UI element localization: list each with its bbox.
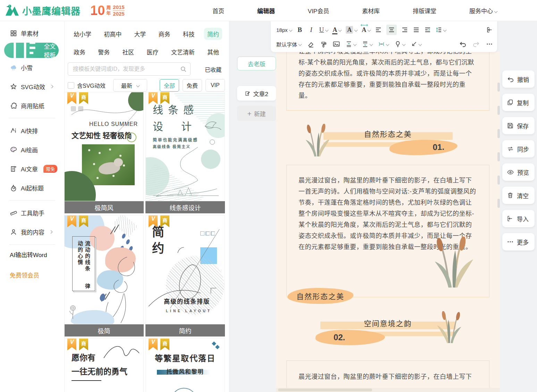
import-action-button[interactable]: 导入 [502, 210, 535, 227]
cat-minimal[interactable]: 简约 [204, 28, 222, 40]
cat-community[interactable]: 社区 [119, 46, 137, 58]
align-justify-button[interactable] [413, 25, 420, 35]
nav-home[interactable]: 首页 [212, 6, 224, 15]
cat-police[interactable]: 警务 [95, 46, 113, 58]
redo-button[interactable] [472, 39, 480, 49]
space-below-button[interactable] [362, 39, 372, 49]
sort-select[interactable]: 最新 [113, 79, 147, 92]
letter-spacing-button[interactable]: A [362, 25, 370, 35]
sidebar-item-ai-layout[interactable]: Ai快排 [0, 121, 64, 140]
main-nav: 首页 编辑器 VIP会员 素材库 排版课堂 服务中心 [212, 0, 497, 21]
font-size-select[interactable]: 18px [276, 27, 292, 33]
doc-paragraph-box-top[interactable]: 让整个房间呼吸变慢这些草木从不喧宾夺主，却成为记忆的坐标-某个秋晨的阳光角度，某… [286, 52, 489, 111]
template-card-jianyue[interactable]: V 商 简约 高级的线条排版 LINE LAYOUT 简约 [145, 215, 225, 336]
cat-university[interactable]: 大学 [131, 28, 149, 40]
scrollbar-dash[interactable] [497, 129, 500, 138]
template-card-stars[interactable]: V 商 等繁星取代落日 托微风和黎明 [145, 338, 225, 392]
section-header-1[interactable]: 自然形态之美 01. [324, 132, 453, 157]
sidebar-item-my-content[interactable]: 我的内容 [0, 222, 64, 241]
search-icon[interactable] [180, 66, 187, 73]
filter-free-button[interactable]: 免费 [183, 79, 202, 92]
cat-highschool[interactable]: 初高中 [101, 28, 125, 40]
free-vip-link[interactable]: 免费领会员 [10, 271, 64, 279]
cat-business[interactable]: 商务 [156, 28, 174, 40]
svg-anim-checkbox[interactable] [68, 82, 74, 89]
sidebar-item-ai-article[interactable]: Ai文章 限免 [0, 159, 64, 178]
new-article-button[interactable]: +新建 [237, 106, 276, 121]
filter-all-button[interactable]: 全部 [160, 79, 179, 92]
cat-other[interactable]: 其他 [204, 46, 222, 58]
nav-service[interactable]: 服务中心 [469, 6, 497, 15]
card-caption: 极简 [64, 324, 144, 336]
cat-medical[interactable]: 医疗 [144, 46, 162, 58]
outdent-bracket-button[interactable] [486, 25, 493, 35]
space-above-button[interactable] [346, 39, 356, 49]
corner-arrow-button[interactable] [411, 39, 421, 49]
scrollbar-dash[interactable] [497, 106, 500, 115]
indent-both-button[interactable] [378, 39, 389, 49]
preview-action-button[interactable]: 预览 [502, 163, 535, 181]
scrollbar-dash[interactable] [497, 83, 500, 92]
cat-kindergarten[interactable]: 幼小学 [70, 28, 94, 40]
more-button[interactable] [486, 39, 493, 49]
template-card-xiantiaogan[interactable]: V 商 线条感 设计 简单也能充满高级感 高级线条 极简主义 线条感设计 [145, 92, 225, 213]
ai-to-word-link[interactable]: AI输出转Word [10, 250, 64, 259]
eraser-icon[interactable] [307, 39, 314, 49]
app-logo[interactable]: 小墨鹰编辑器 [5, 4, 81, 17]
cat-tech[interactable]: 科技 [180, 28, 198, 40]
sidebar-item-tools[interactable]: 工具助手 [0, 203, 64, 222]
svg-anim-label[interactable]: 含SVG动效 [77, 81, 106, 90]
horizontal-scrollbar[interactable] [276, 388, 500, 392]
sync-action-button[interactable]: 同步 [502, 140, 535, 157]
align-center-button[interactable] [386, 25, 397, 35]
article-tab[interactable]: 文章2 [237, 86, 276, 101]
clear-action-button[interactable]: 清空 [502, 187, 535, 204]
nav-course[interactable]: 排版课堂 [413, 6, 436, 15]
search-input[interactable] [72, 66, 180, 73]
nav-materials[interactable]: 素材库 [362, 6, 380, 15]
undo-button[interactable] [459, 39, 467, 49]
scrollbar-thumb[interactable] [278, 389, 372, 391]
sidebar-item-svg-anim[interactable]: s SVG动效 [0, 77, 64, 96]
font-color-button[interactable]: A [333, 25, 341, 35]
line-height-button[interactable] [436, 25, 446, 35]
align-right-button[interactable] [401, 25, 408, 35]
nav-vip[interactable]: VIP会员 [308, 6, 329, 15]
cat-literary[interactable]: 文艺清新 [168, 46, 198, 58]
template-card-jijianfeng[interactable]: V 商 HELLO SUMMER 文艺知性 轻奢极简 极简风 [64, 92, 144, 213]
save-action-button[interactable]: 保存 [502, 117, 535, 134]
highlight-color-button[interactable]: A [346, 25, 357, 35]
sidebar-item-full-template[interactable]: 全文模板 [4, 43, 59, 58]
image-icon[interactable] [333, 39, 340, 49]
copy-action-button[interactable]: 复制 [502, 94, 535, 111]
sidebar-item-ai-paint[interactable]: Ai绘画 [0, 140, 64, 159]
filter-vip-button[interactable]: VIP [205, 79, 225, 92]
section-header-2[interactable]: 空间意境之韵 02. [320, 322, 456, 347]
scrollbar-dash[interactable] [497, 176, 500, 185]
underline-button[interactable]: U [319, 25, 328, 35]
deco-underline [72, 380, 101, 381]
align-left-button[interactable] [375, 25, 382, 35]
cat-government[interactable]: 政务 [70, 46, 89, 58]
lamp-button[interactable] [395, 39, 405, 49]
nav-editor[interactable]: 编辑器 [257, 6, 275, 15]
font-family-select[interactable]: 默认字体 [276, 41, 301, 48]
indent-button[interactable] [424, 25, 431, 35]
scrollbar-dash[interactable] [497, 152, 500, 161]
scrollbar-dash[interactable] [497, 199, 500, 208]
italic-button[interactable]: I [308, 25, 315, 35]
sidebar-item-stickers[interactable]: 商用贴纸 [0, 96, 64, 115]
collected-link[interactable]: 已收藏 [205, 65, 221, 74]
legacy-version-button[interactable]: 去老版 [237, 57, 276, 70]
format-painter-icon[interactable] [320, 39, 327, 49]
doc-paragraph-box-main[interactable]: 晨光漫过窗台，陶盆里的蕨叶垂下细密的影子，在白墙上写下一首无声的诗。人们用植物与… [286, 165, 489, 297]
document-canvas[interactable]: 让整个房间呼吸变慢这些草木从不喧宾夺主，却成为记忆的坐标-某个秋晨的阳光角度，某… [276, 52, 500, 392]
template-card-jijian[interactable]: V 商 流动的线条 律动的心情 [64, 215, 144, 336]
bold-button[interactable]: B [296, 25, 303, 35]
doc-paragraph-box-bottom[interactable]: 晨光漫过窗台，陶盆里的蕨叶垂下细密的影子，在白墙上写下 [286, 360, 489, 392]
sidebar-item-ai-title[interactable]: Ai起标题 [0, 178, 64, 197]
template-card-courage[interactable]: V 商 愿你有 一往无前的勇气 [64, 338, 144, 392]
undo-action-button[interactable]: 撤销 [502, 70, 535, 88]
more-action-button[interactable]: 更多 [502, 233, 535, 250]
sidebar-footer: AI输出转Word 免费领会员 [0, 250, 64, 279]
